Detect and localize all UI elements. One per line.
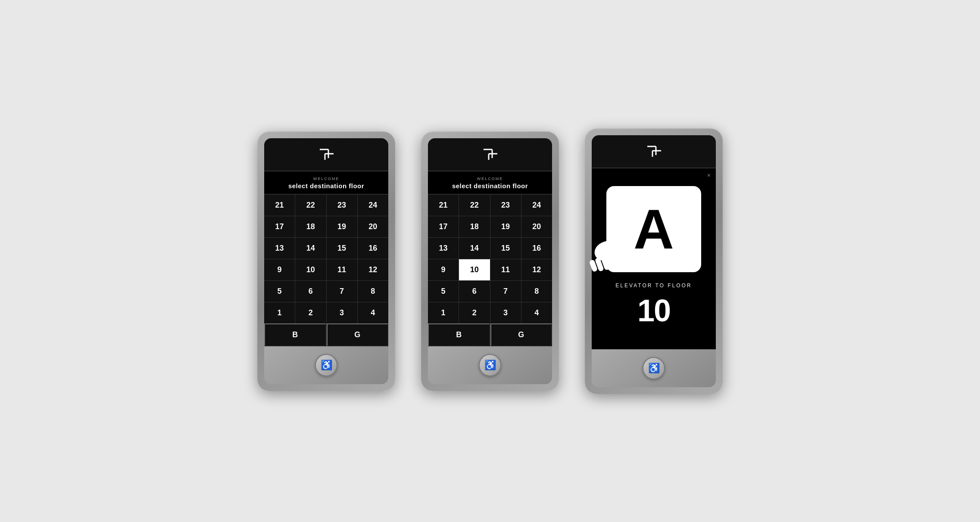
kiosk-bottom-1: ♿ <box>264 346 388 384</box>
bottom-special-row-1: B G <box>264 323 388 346</box>
floor-btn2-4[interactable]: 4 <box>521 302 552 323</box>
floor-btn-9[interactable]: 9 <box>264 259 295 280</box>
accessibility-button-1[interactable]: ♿ <box>315 354 337 376</box>
accessibility-button-3[interactable]: ♿ <box>643 357 665 379</box>
floor-btn-21[interactable]: 21 <box>264 195 295 216</box>
floor-btn-B-2[interactable]: B <box>428 323 490 346</box>
elevator-letter: A <box>606 186 701 272</box>
floor-btn-14[interactable]: 14 <box>295 238 326 259</box>
floor-btn2-7[interactable]: 7 <box>490 281 521 302</box>
kiosk-device-3: × A ELEVATOR TO FLOOR 10 ♿ <box>585 128 723 394</box>
screen-header-2: WELCOME select destination floor <box>428 171 552 194</box>
floor-btn2-3[interactable]: 3 <box>490 302 521 323</box>
floor-btn-G-1[interactable]: G <box>327 323 389 346</box>
kiosk-device-1: WELCOME select destination floor 21 22 2… <box>257 131 395 391</box>
welcome-text-1: WELCOME <box>268 177 385 181</box>
close-button[interactable]: × <box>707 172 711 179</box>
floor-btn2-23[interactable]: 23 <box>490 195 521 216</box>
floor-btn-13[interactable]: 13 <box>264 238 295 259</box>
floor-btn-5[interactable]: 5 <box>264 281 295 302</box>
accessibility-button-2[interactable]: ♿ <box>479 354 501 376</box>
subtitle-text-1: select destination floor <box>268 182 385 190</box>
kiosk-3: × A ELEVATOR TO FLOOR 10 ♿ <box>585 128 723 394</box>
bottom-special-row-2: B G <box>428 323 552 346</box>
floor-btn-18[interactable]: 18 <box>295 216 326 237</box>
floor-btn2-2[interactable]: 2 <box>459 302 490 323</box>
floor-btn2-24[interactable]: 24 <box>521 195 552 216</box>
floor-btn2-20[interactable]: 20 <box>521 216 552 237</box>
floor-grid-1: 21 22 23 24 17 18 19 20 13 14 15 16 9 10… <box>264 194 388 323</box>
floor-btn-15[interactable]: 15 <box>327 238 357 259</box>
floor-btn-8[interactable]: 8 <box>358 281 388 302</box>
result-screen: × A ELEVATOR TO FLOOR 10 <box>592 168 716 349</box>
brand-logo-2 <box>479 146 501 165</box>
floor-btn-B-1[interactable]: B <box>264 323 326 346</box>
floor-grid-2: 21 22 23 24 17 18 19 20 13 14 15 16 9 10… <box>428 194 552 323</box>
floor-btn-7[interactable]: 7 <box>327 281 357 302</box>
floor-btn-10[interactable]: 10 <box>295 259 326 280</box>
floor-btn2-14[interactable]: 14 <box>459 238 490 259</box>
kiosk-top-bar-3 <box>592 135 716 168</box>
floor-btn-16[interactable]: 16 <box>358 238 388 259</box>
floor-btn-22[interactable]: 22 <box>295 195 326 216</box>
floor-btn2-21[interactable]: 21 <box>428 195 459 216</box>
floor-btn-1[interactable]: 1 <box>264 302 295 323</box>
floor-btn-19[interactable]: 19 <box>327 216 357 237</box>
kiosk-top-bar-1 <box>264 138 388 171</box>
floor-btn2-13[interactable]: 13 <box>428 238 459 259</box>
subtitle-text-2: select destination floor <box>431 182 549 190</box>
kiosk-1: WELCOME select destination floor 21 22 2… <box>257 131 395 391</box>
welcome-text-2: WELCOME <box>431 177 549 181</box>
screen-header-1: WELCOME select destination floor <box>264 171 388 194</box>
brand-logo-1 <box>315 146 337 165</box>
kiosk-device-2: WELCOME select destination floor 21 22 2… <box>421 131 559 391</box>
floor-btn2-19[interactable]: 19 <box>490 216 521 237</box>
kiosk-top-bar-2 <box>428 138 552 171</box>
floor-btn-23[interactable]: 23 <box>327 195 357 216</box>
floor-btn2-11[interactable]: 11 <box>490 259 521 280</box>
floor-btn-20[interactable]: 20 <box>358 216 388 237</box>
floor-btn2-17[interactable]: 17 <box>428 216 459 237</box>
kiosk-bottom-3: ♿ <box>592 349 716 387</box>
elevator-label: ELEVATOR TO FLOOR <box>615 283 692 289</box>
floor-btn-G-2[interactable]: G <box>490 323 552 346</box>
floor-btn-11[interactable]: 11 <box>327 259 357 280</box>
kiosk-2-wrapper: WELCOME select destination floor 21 22 2… <box>421 131 559 391</box>
floor-btn2-12[interactable]: 12 <box>521 259 552 280</box>
floor-btn-12[interactable]: 12 <box>358 259 388 280</box>
floor-btn-3[interactable]: 3 <box>327 302 357 323</box>
floor-btn2-8[interactable]: 8 <box>521 281 552 302</box>
floor-btn2-15[interactable]: 15 <box>490 238 521 259</box>
floor-btn2-1[interactable]: 1 <box>428 302 459 323</box>
floor-btn-17[interactable]: 17 <box>264 216 295 237</box>
floor-btn2-9[interactable]: 9 <box>428 259 459 280</box>
brand-logo-3 <box>643 143 665 162</box>
floor-number: 10 <box>637 293 670 328</box>
kiosk-screen-1: WELCOME select destination floor 21 22 2… <box>264 171 388 346</box>
floor-btn2-6[interactable]: 6 <box>459 281 490 302</box>
floor-btn2-16[interactable]: 16 <box>521 238 552 259</box>
floor-btn2-5[interactable]: 5 <box>428 281 459 302</box>
kiosk-bottom-2: ♿ <box>428 346 552 384</box>
floor-btn-6[interactable]: 6 <box>295 281 326 302</box>
floor-btn2-10-selected[interactable]: 10 <box>459 259 490 280</box>
floor-btn2-18[interactable]: 18 <box>459 216 490 237</box>
floor-btn-24[interactable]: 24 <box>358 195 388 216</box>
floor-btn-2[interactable]: 2 <box>295 302 326 323</box>
floor-btn-4[interactable]: 4 <box>358 302 388 323</box>
floor-btn2-22[interactable]: 22 <box>459 195 490 216</box>
kiosk-screen-2: WELCOME select destination floor 21 22 2… <box>428 171 552 346</box>
